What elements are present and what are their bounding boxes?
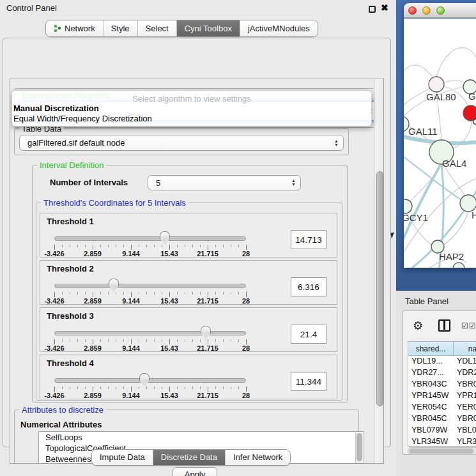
table-row[interactable]: YDR27...YDR2 (408, 367, 476, 379)
cell-shared-name: YDR27... (411, 368, 444, 377)
checkbox-checked-icons[interactable]: ☑☑ (461, 321, 476, 330)
network-graph: GAL80GACGAL11GAL4GCY1HHAP2 (404, 19, 476, 268)
slider-track[interactable] (54, 331, 246, 335)
tab-select[interactable]: Select (138, 20, 177, 36)
dropdown-option-equal-width[interactable]: Equal Width/Frequency Discretization (13, 114, 152, 123)
attribute-list-item[interactable]: SelfLoops (39, 432, 364, 443)
table-data-combobox[interactable]: galFiltered.sif default node ▲▼ (19, 135, 344, 151)
cell-shared-name: YBL079W (411, 426, 447, 434)
tab-style[interactable]: Style (104, 20, 138, 36)
slider-scale-labels: -3.4262.8599.14415.4321.71528 (54, 344, 246, 352)
network-node-partial[interactable] (453, 263, 464, 268)
float-window-icon[interactable] (369, 6, 376, 13)
bottom-tab-bar: Impute DataDiscretize DataInfer Network (91, 449, 291, 466)
tab-label: jActiveMNodules (248, 24, 310, 33)
table-row[interactable]: YBR043CYBR0 (408, 379, 476, 390)
threshold-label: Threshold 3 (47, 311, 94, 321)
close-light-red[interactable] (408, 6, 417, 15)
cell-name: YBR0 (457, 414, 476, 423)
network-canvas[interactable]: GAL80GACGAL11GAL4GCY1HHAP2 (404, 19, 476, 268)
cell-shared-name: YDL19... (411, 357, 443, 365)
table-row[interactable]: YER054CYER0 (408, 402, 476, 413)
combo-stepper-icon: ▲▼ (291, 179, 296, 187)
table-row[interactable]: YBL079WYBL0 (408, 425, 476, 436)
slider-thumb[interactable] (201, 326, 211, 334)
network-node-gal80[interactable] (429, 77, 444, 92)
scrollbar-thumb[interactable] (376, 171, 383, 406)
network-window-titlebar[interactable] (404, 3, 476, 18)
cell-name: YPR1 (457, 391, 476, 400)
node-label: H (472, 210, 476, 220)
cell-shared-name: YBR045C (411, 414, 447, 423)
cytoscape-desktop: GAL80GACGAL11GAL4GCY1HHAP2 (396, 0, 476, 291)
table-data-value: galFiltered.sif default node (27, 138, 125, 148)
minimize-light-yellow[interactable] (422, 6, 431, 15)
tab-label: Discretize Data (161, 452, 217, 462)
dropdown-option-manual[interactable]: Manual Discretization (13, 104, 99, 113)
table-row[interactable]: YBR045CYBR0 (408, 413, 476, 425)
threshold-label: Threshold 4 (47, 358, 94, 368)
threshold-value-field[interactable]: 6.316 (291, 277, 326, 296)
scrollbar-thumb[interactable] (410, 449, 473, 454)
apply-button[interactable]: Apply (173, 467, 217, 476)
cell-name: YBL0 (457, 426, 476, 434)
tab-jactivemnodules[interactable]: jActiveMNodules (240, 20, 318, 36)
threshold-value-field[interactable]: 11.344 (291, 372, 326, 391)
num-intervals-combobox[interactable]: 5 ▲▼ (148, 175, 301, 190)
column-header-shared-name[interactable]: shared... (408, 342, 454, 356)
gear-icon[interactable]: ⚙ (413, 319, 423, 333)
zoom-light-green[interactable] (436, 6, 445, 15)
node-attribute-table[interactable]: shared...na YDL19...YDL1YDR27...YDR2YBR0… (408, 341, 476, 447)
slider-track[interactable] (54, 284, 246, 288)
threshold-label: Threshold 1 (47, 217, 94, 226)
slider-track[interactable] (54, 236, 246, 241)
cell-name: YDR2 (457, 368, 476, 377)
slider-thumb[interactable] (160, 231, 170, 240)
slider-scale-labels: -3.4262.8599.14415.4321.71528 (54, 250, 246, 257)
column-layout-icon[interactable] (438, 319, 450, 332)
cell-shared-name: YBR043C (411, 380, 447, 388)
tab-discretize-data[interactable]: Discretize Data (153, 450, 226, 465)
tab-infer-network[interactable]: Infer Network (226, 450, 290, 465)
interval-definition-title: Interval Definition (37, 160, 106, 170)
slider-thumb[interactable] (139, 373, 150, 381)
table-panel-title: Table Panel (405, 296, 449, 306)
slider-track[interactable] (54, 378, 246, 383)
table-panel: Table Panel ⚙ ☑☑ shared...na YDL19...YDL… (396, 291, 476, 476)
slider-thumb[interactable] (109, 279, 119, 287)
combo-stepper-icon: ▲▼ (334, 139, 339, 147)
node-label: GCY1 (404, 212, 428, 223)
network-icon (54, 24, 61, 33)
tab-label: Network (65, 24, 95, 33)
table-row[interactable]: YLR345WYLR3 (408, 436, 476, 447)
network-view-window[interactable]: GAL80GACGAL11GAL4GCY1HHAP2 (404, 3, 476, 268)
column-header-name[interactable]: na (454, 342, 476, 356)
node-label: GAL11 (408, 126, 438, 137)
threshold-3-box: Threshold 3-3.4262.8599.14415.4321.71528… (40, 307, 337, 352)
slider-scale-labels: -3.4262.8599.14415.4321.71528 (54, 392, 246, 399)
cell-name: YDL1 (457, 357, 476, 365)
cell-shared-name: YLR345W (411, 437, 448, 446)
settings-vertical-scrollbar[interactable] (374, 79, 384, 464)
numerical-attributes-label: Numerical Attributes (20, 420, 102, 429)
close-panel-icon[interactable]: ✖ (381, 3, 388, 13)
control-panel: Control Panel ✖ NetworkStyleSelectCyni T… (0, 0, 396, 476)
network-node-gcy1[interactable] (404, 199, 412, 213)
threshold-value-field[interactable]: 21.4 (291, 325, 326, 344)
tab-label: Impute Data (100, 452, 145, 462)
dropdown-hint: Select algorithm to view settings (12, 94, 371, 104)
table-header[interactable]: shared...na (408, 342, 476, 356)
threshold-2-box: Threshold 2-3.4262.8599.14415.4321.71528… (40, 260, 337, 305)
attributes-scrollbar[interactable] (355, 433, 363, 464)
table-row[interactable]: YPR145WYPR1 (408, 390, 476, 402)
num-intervals-label: Number of Intervals (50, 178, 128, 187)
tab-label: Select (146, 24, 169, 33)
tab-cyni-toolbox[interactable]: Cyni Toolbox (177, 20, 240, 36)
tab-network[interactable]: Network (46, 20, 104, 36)
table-horizontal-scrollbar[interactable] (408, 447, 476, 455)
threshold-value-field[interactable]: 14.713 (291, 230, 326, 249)
tab-impute-data[interactable]: Impute Data (92, 450, 153, 465)
table-row[interactable]: YDL19...YDL1 (408, 356, 476, 367)
cell-name: YBR0 (457, 380, 476, 388)
cell-shared-name: YER054C (411, 403, 447, 411)
